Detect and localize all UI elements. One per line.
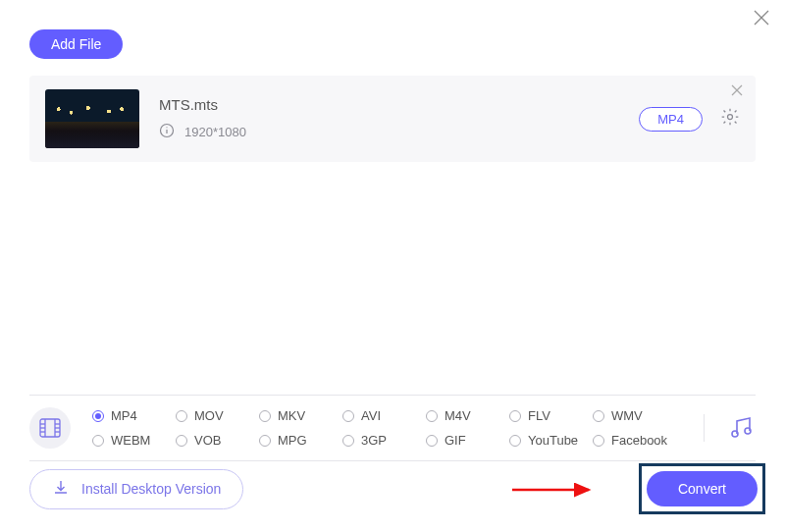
- settings-button[interactable]: [720, 107, 740, 131]
- add-file-button[interactable]: Add File: [29, 29, 123, 59]
- footer: Install Desktop Version Convert: [29, 463, 765, 514]
- radio-icon: [426, 435, 438, 447]
- format-option-vob[interactable]: VOB: [176, 433, 259, 448]
- file-resolution: 1920*1080: [184, 125, 246, 139]
- format-option-youtube[interactable]: YouTube: [509, 433, 593, 448]
- file-thumbnail: [45, 89, 139, 148]
- radio-icon: [92, 435, 104, 447]
- file-info: MTS.mts 1920*1080: [159, 96, 639, 141]
- format-label: YouTube: [528, 433, 578, 448]
- format-label: MPG: [278, 433, 307, 448]
- radio-icon: [342, 435, 354, 447]
- format-label: AVI: [361, 408, 381, 423]
- radio-icon: [509, 435, 521, 447]
- download-icon: [52, 479, 70, 500]
- svg-point-4: [166, 127, 167, 128]
- format-option-gif[interactable]: GIF: [426, 433, 509, 448]
- radio-icon: [593, 435, 604, 447]
- format-selector-panel: MP4MOVMKVAVIM4VFLVWMVWEBMVOBMPG3GPGIFYou…: [29, 395, 756, 461]
- install-desktop-button[interactable]: Install Desktop Version: [29, 469, 243, 509]
- radio-icon: [509, 410, 521, 422]
- install-desktop-label: Install Desktop Version: [81, 481, 221, 497]
- radio-icon: [426, 410, 438, 422]
- format-label: FLV: [528, 408, 550, 423]
- format-option-mpg[interactable]: MPG: [259, 433, 342, 448]
- format-label: 3GP: [361, 433, 387, 448]
- format-option-flv[interactable]: FLV: [509, 408, 593, 423]
- format-label: WEBM: [111, 433, 150, 448]
- close-window-button[interactable]: [752, 8, 771, 31]
- format-option-mp4[interactable]: MP4: [92, 408, 176, 423]
- radio-icon: [176, 410, 187, 422]
- radio-icon: [176, 435, 187, 447]
- format-label: MOV: [194, 408, 224, 423]
- convert-button[interactable]: Convert: [647, 471, 758, 506]
- audio-format-button[interactable]: [704, 414, 756, 442]
- svg-point-5: [728, 115, 733, 120]
- file-item: MTS.mts 1920*1080 MP4: [29, 76, 756, 162]
- format-option-mkv[interactable]: MKV: [259, 408, 342, 423]
- convert-highlight: Convert: [639, 463, 765, 514]
- file-name: MTS.mts: [159, 96, 639, 113]
- radio-icon: [342, 410, 354, 422]
- format-label: VOB: [194, 433, 221, 448]
- format-label: M4V: [445, 408, 471, 423]
- format-option-avi[interactable]: AVI: [342, 408, 426, 423]
- format-option-webm[interactable]: WEBM: [92, 433, 176, 448]
- format-option-3gp[interactable]: 3GP: [342, 433, 426, 448]
- output-format-badge[interactable]: MP4: [639, 107, 703, 132]
- format-label: MP4: [111, 408, 137, 423]
- radio-icon: [259, 410, 271, 422]
- radio-icon: [259, 435, 271, 447]
- format-option-m4v[interactable]: M4V: [426, 408, 509, 423]
- remove-file-button[interactable]: [730, 83, 744, 101]
- format-option-facebook[interactable]: Facebook: [593, 433, 676, 448]
- info-icon: [159, 123, 175, 141]
- format-label: Facebook: [611, 433, 667, 448]
- format-label: WMV: [611, 408, 643, 423]
- format-option-mov[interactable]: MOV: [176, 408, 259, 423]
- format-label: GIF: [445, 433, 466, 448]
- video-format-icon[interactable]: [29, 407, 71, 449]
- radio-icon: [593, 410, 604, 422]
- format-label: MKV: [278, 408, 305, 423]
- radio-icon: [92, 410, 104, 422]
- format-option-wmv[interactable]: WMV: [593, 408, 676, 423]
